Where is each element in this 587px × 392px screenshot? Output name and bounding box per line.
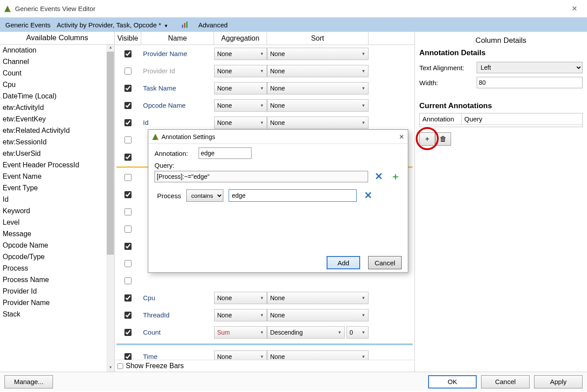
clear-query-icon[interactable]: ✕ (373, 171, 385, 182)
available-column-item[interactable]: Level (3, 217, 106, 228)
scroll-up-icon[interactable]: ▴ (106, 45, 114, 52)
available-column-item[interactable]: Message (3, 228, 106, 240)
combo[interactable]: None▼ (214, 48, 267, 60)
available-column-item[interactable]: Opcode Name (3, 240, 106, 251)
width-input[interactable] (477, 77, 583, 88)
available-column-item[interactable]: Count (3, 68, 106, 79)
combo[interactable]: Sum▼ (214, 326, 267, 339)
available-column-item[interactable]: Cpu (3, 79, 106, 90)
visible-checkbox[interactable] (124, 277, 132, 284)
dialog-add-button[interactable]: Add (327, 256, 360, 269)
combo[interactable]: None▼ (214, 82, 267, 94)
header-visible[interactable]: Visible (115, 32, 141, 45)
available-column-item[interactable]: etw:ActivityId (3, 102, 106, 113)
available-column-item[interactable]: etw:EventKey (3, 113, 106, 125)
available-column-item[interactable]: DateTime (Local) (3, 90, 106, 102)
combo[interactable]: None▼ (267, 99, 369, 112)
available-column-item[interactable]: Opcode/Type (3, 251, 106, 263)
combo[interactable]: None▼ (267, 82, 369, 94)
column-name-cell[interactable]: Count (141, 328, 214, 336)
visible-checkbox[interactable] (124, 191, 132, 198)
column-name-cell[interactable]: ThreadId (141, 311, 214, 319)
menu-generic-events[interactable]: Generic Events (4, 20, 53, 30)
visible-checkbox[interactable] (124, 260, 132, 267)
visible-checkbox[interactable] (124, 353, 132, 360)
combo[interactable]: None▼ (214, 292, 267, 304)
delete-annotation-button[interactable]: 🗑 (435, 132, 451, 146)
annot-col-query[interactable]: Query (462, 113, 582, 124)
available-column-item[interactable]: Id (3, 194, 106, 205)
annot-col-annotation[interactable]: Annotation (420, 113, 462, 124)
visible-checkbox[interactable] (124, 119, 132, 126)
visible-checkbox[interactable] (124, 50, 132, 57)
combo[interactable]: None▼ (267, 48, 369, 60)
visible-checkbox[interactable] (124, 329, 132, 336)
query-input[interactable] (154, 171, 368, 182)
available-column-item[interactable]: Channel (3, 56, 106, 68)
header-name[interactable]: Name (141, 32, 214, 45)
header-sort[interactable]: Sort (267, 32, 369, 45)
freeze-bar-blue[interactable] (117, 343, 413, 345)
manage-button[interactable]: Manage... (4, 375, 53, 388)
available-column-item[interactable]: Keyword (3, 205, 106, 217)
visible-checkbox[interactable] (124, 174, 132, 181)
available-column-item[interactable]: etw:UserSid (3, 148, 106, 159)
cancel-button[interactable]: Cancel (481, 375, 530, 388)
column-name-cell[interactable]: Provider Id (141, 67, 214, 75)
combo[interactable]: 0▼ (346, 326, 369, 339)
ok-button[interactable]: OK (428, 375, 477, 388)
dialog-close-icon[interactable]: ✕ (399, 133, 404, 140)
combo[interactable]: None▼ (267, 117, 369, 129)
dialog-cancel-button[interactable]: Cancel (368, 256, 402, 269)
visible-checkbox[interactable] (124, 312, 132, 319)
visible-checkbox[interactable] (124, 294, 132, 302)
available-column-item[interactable]: Event Name (3, 171, 106, 182)
available-column-item[interactable]: etw:SessionId (3, 136, 106, 148)
close-icon[interactable]: ✕ (565, 2, 583, 15)
visible-checkbox[interactable] (124, 102, 132, 109)
condition-value-input[interactable] (229, 189, 357, 202)
combo[interactable]: None▼ (267, 292, 369, 304)
available-column-item[interactable]: Provider Name (3, 297, 106, 309)
column-name-cell[interactable]: Time (141, 353, 214, 360)
add-condition-icon[interactable]: ＋ (389, 170, 402, 183)
annotation-input[interactable] (199, 147, 252, 159)
column-name-cell[interactable]: Cpu (141, 294, 214, 302)
scroll-thumb[interactable] (107, 52, 114, 255)
available-column-item[interactable]: Process (3, 263, 106, 274)
condition-operator-select[interactable]: contains (186, 189, 223, 202)
visible-checkbox[interactable] (124, 226, 132, 233)
visible-checkbox[interactable] (124, 68, 132, 75)
header-aggregation[interactable]: Aggregation (214, 32, 267, 45)
combo[interactable]: Descending▼ (267, 326, 345, 339)
text-alignment-select[interactable]: Left (477, 62, 583, 73)
available-column-item[interactable]: Annotation (3, 45, 106, 56)
combo[interactable]: None▼ (214, 309, 267, 321)
visible-checkbox[interactable] (124, 136, 132, 143)
column-name-cell[interactable]: Provider Name (141, 50, 214, 57)
show-freeze-bars-checkbox[interactable] (117, 363, 123, 369)
remove-condition-icon[interactable]: ✕ (362, 190, 374, 201)
add-annotation-button[interactable]: + (419, 132, 435, 146)
available-column-item[interactable]: Event Type (3, 182, 106, 194)
combo[interactable]: None▼ (267, 65, 369, 77)
available-column-item[interactable]: Process Name (3, 274, 106, 286)
visible-checkbox[interactable] (124, 243, 132, 250)
menu-activity-preset[interactable]: Activity by Provider, Task, Opcode * ▼ (55, 20, 170, 30)
available-column-item[interactable]: Event Header ProcessId (3, 159, 106, 171)
combo[interactable]: None▼ (214, 351, 267, 360)
visible-checkbox[interactable] (124, 154, 132, 161)
available-column-item[interactable]: etw:Related ActivityId (3, 125, 106, 136)
scroll-down-icon[interactable]: ▾ (106, 365, 114, 372)
combo[interactable]: None▼ (214, 117, 267, 129)
scrollbar[interactable]: ▴ ▾ (106, 45, 114, 372)
available-column-item[interactable]: Provider Id (3, 286, 106, 297)
column-name-cell[interactable]: Task Name (141, 84, 214, 92)
combo[interactable]: None▼ (267, 309, 369, 321)
menu-advanced[interactable]: Advanced (196, 20, 230, 30)
combo[interactable]: None▼ (267, 351, 369, 360)
available-columns-list[interactable]: AnnotationChannelCountCpuDateTime (Local… (0, 45, 106, 372)
visible-checkbox[interactable] (124, 208, 132, 215)
column-name-cell[interactable]: Id (141, 119, 214, 126)
combo[interactable]: None▼ (214, 99, 267, 112)
